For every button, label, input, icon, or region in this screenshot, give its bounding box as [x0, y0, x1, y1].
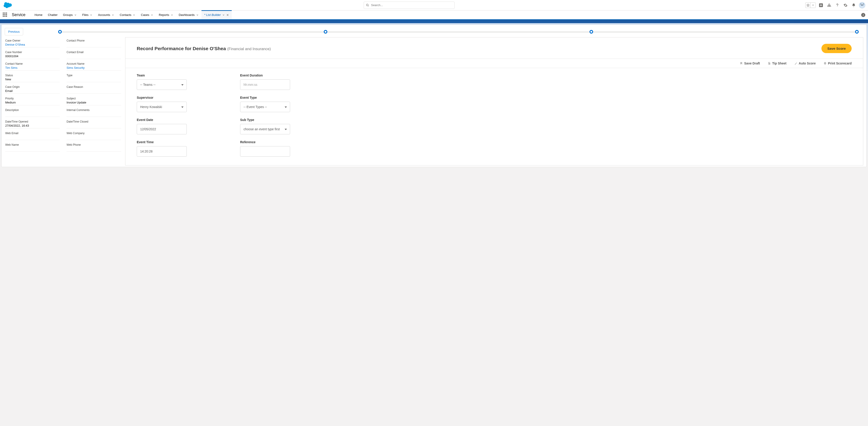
- sub-type-label: Sub Type: [240, 118, 318, 122]
- field-label: Status: [5, 74, 60, 77]
- case-owner-link[interactable]: Denise O'Shea: [5, 43, 60, 47]
- search-input[interactable]: [364, 2, 455, 9]
- gear-icon[interactable]: [842, 2, 848, 8]
- star-icon[interactable]: [806, 3, 810, 8]
- save-score-button[interactable]: Save Score: [822, 44, 851, 53]
- field-label: Case Reason: [67, 85, 121, 89]
- web-name-value: [5, 147, 60, 152]
- bell-icon[interactable]: [851, 2, 857, 8]
- datetime-opened-value: 27/04/2022, 16:43: [5, 124, 60, 128]
- chevron-down-icon[interactable]: [196, 13, 199, 17]
- form-action-bar: Save Draft Tip Sheet Auto Score Print Sc…: [125, 59, 863, 68]
- field-label: Internal Comments: [67, 108, 121, 112]
- sub-type-select[interactable]: choose an event type first: [240, 124, 290, 134]
- nav-reports[interactable]: Reports: [156, 10, 176, 19]
- field-label: Case Owner: [5, 39, 60, 42]
- internal-comments-value: [67, 112, 121, 117]
- type-value: [67, 77, 121, 82]
- web-email-value: [5, 135, 60, 140]
- nav-contacts[interactable]: Contacts: [117, 10, 138, 19]
- brand-band: [0, 20, 868, 23]
- chevron-down-icon[interactable]: [112, 13, 114, 17]
- chevron-down-icon[interactable]: [74, 13, 77, 17]
- nav-home[interactable]: Home: [32, 10, 45, 19]
- save-draft-link[interactable]: Save Draft: [740, 62, 760, 65]
- priority-value: Medium: [5, 101, 60, 105]
- field-label: Contact Phone: [67, 39, 121, 42]
- contact-name-link[interactable]: Tim Sims: [5, 66, 60, 71]
- tip-sheet-link[interactable]: Tip Sheet: [768, 62, 786, 65]
- print-icon: [824, 62, 827, 65]
- chevron-down-icon[interactable]: [170, 13, 173, 17]
- nav-chatter[interactable]: Chatter: [45, 10, 60, 19]
- case-details-panel: Case OwnerDenise O'Shea Case Number00001…: [5, 37, 123, 165]
- svg-point-0: [366, 4, 368, 6]
- event-time-input[interactable]: [137, 146, 187, 157]
- print-scorecard-link[interactable]: Print Scorecard: [824, 62, 851, 65]
- field-label: Date/Time Closed: [67, 120, 121, 123]
- supervisor-select[interactable]: Henry Kowalski: [137, 102, 187, 112]
- field-label: Type: [67, 74, 121, 77]
- case-origin-value: Email: [5, 89, 60, 94]
- reference-label: Reference: [240, 140, 318, 144]
- subject-value: Invoice Update: [67, 101, 121, 105]
- reference-input[interactable]: [240, 146, 290, 157]
- case-reason-value: [67, 89, 121, 94]
- nav-files[interactable]: Files: [80, 10, 95, 19]
- field-label: Date/Time Opened: [5, 120, 60, 123]
- global-header: [0, 0, 868, 10]
- event-date-input[interactable]: [137, 124, 187, 134]
- event-date-label: Event Date: [137, 118, 215, 122]
- form-title: Record Performance for Denise O'Shea (Fi…: [137, 46, 271, 51]
- nav-cases[interactable]: Cases: [138, 10, 156, 19]
- chevron-down-icon[interactable]: [222, 13, 225, 17]
- chevron-down-icon[interactable]: [133, 13, 135, 17]
- previous-button[interactable]: Previous: [5, 28, 23, 35]
- app-nav-bar: Service Home Chatter Groups Files Accoun…: [0, 10, 868, 20]
- field-label: Priority: [5, 97, 60, 100]
- case-number-value: 00001004: [5, 55, 60, 59]
- web-company-value: [67, 135, 121, 140]
- progress-step-1[interactable]: [58, 30, 62, 34]
- info-icon[interactable]: i: [861, 13, 865, 17]
- progress-step-4[interactable]: [855, 30, 859, 34]
- nav-accounts[interactable]: Accounts: [95, 10, 117, 19]
- question-icon[interactable]: [834, 2, 840, 8]
- bookmark-icon: [740, 62, 743, 65]
- main-canvas: Previous Case OwnerDenise O'Shea Case Nu…: [1, 25, 867, 167]
- salesforce-help-icon[interactable]: [826, 2, 832, 8]
- account-name-link[interactable]: Sims Security: [67, 66, 121, 71]
- event-type-label: Event Type: [240, 96, 318, 99]
- favorites-dropdown[interactable]: [810, 3, 815, 8]
- field-label: Description: [5, 108, 60, 112]
- status-value: New: [5, 77, 60, 82]
- global-search: [364, 2, 455, 9]
- close-icon[interactable]: [226, 13, 229, 17]
- field-label: Web Name: [5, 143, 60, 146]
- event-time-label: Event Time: [137, 140, 215, 144]
- progress-step-2[interactable]: [324, 30, 327, 34]
- event-duration-input[interactable]: [240, 79, 290, 90]
- search-icon: [366, 4, 369, 7]
- contact-email-value: [67, 55, 121, 59]
- field-label: Contact Email: [67, 51, 121, 54]
- progress-dots: [58, 30, 859, 34]
- app-launcher-icon[interactable]: [3, 12, 8, 18]
- nav-dashboards[interactable]: Dashboards: [176, 10, 202, 19]
- description-value: [5, 112, 60, 117]
- chevron-down-icon[interactable]: [90, 13, 92, 17]
- field-label: Contact Name: [5, 62, 60, 65]
- auto-score-link[interactable]: Auto Score: [794, 62, 816, 65]
- wand-icon: [794, 62, 797, 65]
- favorites-combo: [805, 2, 816, 8]
- add-icon[interactable]: [818, 2, 824, 8]
- team-select[interactable]: -- Teams --: [137, 79, 187, 90]
- user-avatar[interactable]: [859, 2, 865, 8]
- event-type-select[interactable]: -- Event Types --: [240, 102, 290, 112]
- nav-groups[interactable]: Groups: [60, 10, 80, 19]
- field-label: Case Number: [5, 51, 60, 54]
- nav-list-builder[interactable]: * List Builder: [202, 10, 232, 19]
- progress-step-3[interactable]: [589, 30, 593, 34]
- svg-point-6: [861, 4, 862, 5]
- chevron-down-icon[interactable]: [151, 13, 153, 17]
